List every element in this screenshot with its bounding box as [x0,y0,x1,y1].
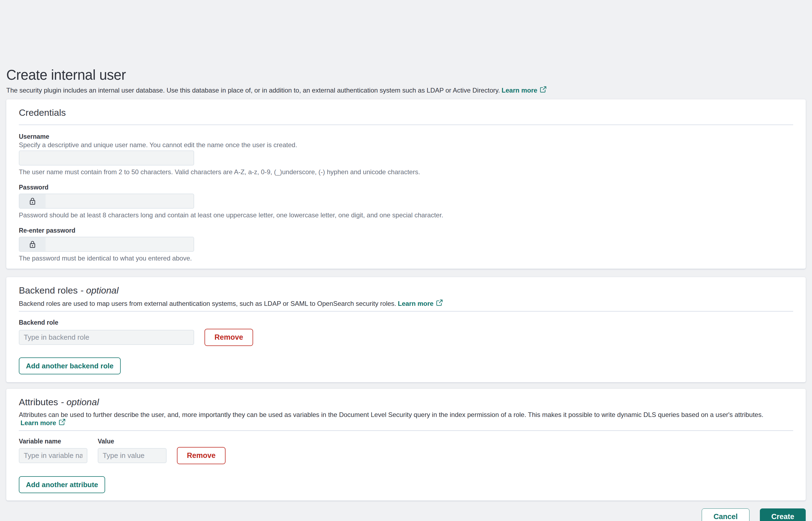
learn-more-label: Learn more [21,419,56,427]
backend-role-label: Backend role [19,319,793,326]
variable-name-input[interactable] [19,448,87,463]
learn-more-label: Learn more [502,87,537,94]
reenter-password-input[interactable] [46,237,193,251]
page-title: Create internal user [6,67,806,83]
create-internal-user-page: Create internal user The security plugin… [0,0,812,521]
learn-more-link[interactable]: Learn more [21,418,66,427]
learn-more-link[interactable]: Learn more [398,299,443,308]
footer-actions: Cancel Create [6,508,806,521]
attributes-heading-text: Attributes [19,397,58,407]
backend-roles-description: Backend roles are used to map users from… [19,299,793,308]
backend-role-row: Remove [19,329,793,346]
attributes-description: Attributes can be used to further descri… [19,411,793,427]
create-button[interactable]: Create [760,508,806,521]
password-label: Password [19,183,793,191]
backend-roles-description-text: Backend roles are used to map users from… [19,300,396,307]
backend-role-input[interactable] [19,330,194,345]
backend-roles-heading: Backend roles- optional [19,285,793,296]
reenter-password-field[interactable] [19,237,194,252]
password-input[interactable] [46,194,193,208]
add-attribute-button[interactable]: Add another attribute [19,476,105,493]
external-link-icon [59,418,66,427]
lock-icon [19,194,46,208]
credentials-panel: Credentials Username Specify a descripti… [6,99,806,269]
optional-suffix: - optional [61,397,99,407]
credentials-heading: Credentials [19,107,793,118]
intro-text: The security plugin includes an internal… [6,87,500,94]
backend-roles-panel: Backend roles- optional Backend roles ar… [6,277,806,382]
reenter-password-label: Re-enter password [19,227,793,234]
username-label: Username [19,133,793,141]
value-label: Value [98,437,166,445]
learn-more-label: Learn more [398,300,434,308]
divider [19,311,793,312]
remove-attribute-button[interactable]: Remove [177,447,226,464]
value-input[interactable] [98,448,166,463]
lock-icon [19,237,46,251]
attributes-heading: Attributes- optional [19,397,793,408]
divider [19,124,793,125]
page-header: Create internal user The security plugin… [6,0,806,94]
attribute-labels-row: Variable name Value [19,437,793,445]
divider [19,430,793,431]
external-link-icon [540,86,547,94]
backend-roles-heading-text: Backend roles [19,285,77,295]
external-link-icon [436,299,443,308]
remove-backend-role-button[interactable]: Remove [205,329,253,346]
username-description: Specify a descriptive and unique user na… [19,141,793,149]
add-backend-role-button[interactable]: Add another backend role [19,358,121,375]
variable-name-label: Variable name [19,437,87,445]
username-help: The user name must contain from 2 to 50 … [19,168,793,176]
attributes-description-text: Attributes can be used to further descri… [19,411,763,418]
password-help: Password should be at least 8 characters… [19,211,793,219]
password-field[interactable] [19,194,194,209]
cancel-button[interactable]: Cancel [702,508,749,521]
username-input[interactable] [19,151,194,165]
learn-more-link[interactable]: Learn more [502,86,547,94]
attribute-row: Remove [19,447,793,464]
optional-suffix: - optional [80,285,118,295]
reenter-password-help: The password must be identical to what y… [19,254,793,262]
page-subtitle: The security plugin includes an internal… [6,86,806,94]
attributes-panel: Attributes- optional Attributes can be u… [6,389,806,500]
